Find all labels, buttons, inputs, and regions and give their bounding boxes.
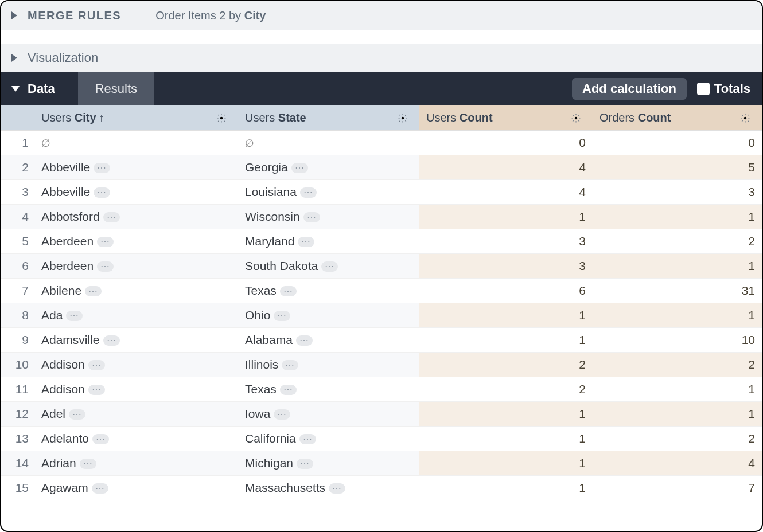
gear-icon[interactable]	[403, 113, 414, 123]
cell-orders-count[interactable]: 2	[593, 353, 762, 377]
cell-users-state[interactable]: California⋯	[238, 427, 419, 451]
cell-users-state[interactable]: Massachusetts⋯	[238, 476, 419, 500]
ellipsis-icon[interactable]: ⋯	[291, 163, 308, 173]
cell-users-city[interactable]: Adelanto⋯	[34, 427, 238, 451]
gear-icon[interactable]	[577, 113, 587, 123]
gear-icon[interactable]	[746, 113, 756, 123]
cell-users-city[interactable]: Addison⋯	[34, 377, 238, 402]
cell-users-count[interactable]: 1	[419, 205, 593, 229]
ellipsis-icon[interactable]: ⋯	[97, 261, 114, 272]
cell-users-count[interactable]: 2	[419, 377, 593, 402]
cell-users-city[interactable]: Abilene⋯	[34, 279, 238, 303]
ellipsis-icon[interactable]: ⋯	[299, 434, 316, 444]
cell-users-count[interactable]: 1	[419, 451, 593, 476]
ellipsis-icon[interactable]: ⋯	[92, 483, 108, 494]
ellipsis-icon[interactable]: ⋯	[94, 187, 110, 198]
ellipsis-icon[interactable]: ⋯	[88, 360, 105, 370]
cell-users-count[interactable]: 4	[419, 180, 593, 205]
cell-users-state[interactable]: Maryland⋯	[238, 229, 419, 254]
ellipsis-icon[interactable]: ⋯	[282, 360, 298, 370]
data-toggle[interactable]: Data	[11, 81, 55, 96]
ellipsis-icon[interactable]: ⋯	[88, 385, 105, 395]
add-calculation-button[interactable]: Add calculation	[572, 78, 687, 100]
cell-users-count[interactable]: 2	[419, 353, 593, 377]
cell-users-city[interactable]: Abbeville⋯	[34, 180, 238, 205]
cell-orders-count[interactable]: 1	[593, 377, 762, 402]
column-header-users-city[interactable]: Users City↑	[34, 105, 238, 131]
visualization-panel[interactable]: Visualization	[1, 44, 762, 72]
cell-users-count[interactable]: 1	[419, 427, 593, 451]
cell-orders-count[interactable]: 10	[593, 328, 762, 353]
cell-users-count[interactable]: 1	[419, 303, 593, 328]
cell-orders-count[interactable]: 4	[593, 451, 762, 476]
cell-orders-count[interactable]: 0	[593, 131, 762, 155]
cell-users-state[interactable]: South Dakota⋯	[238, 254, 419, 279]
cell-orders-count[interactable]: 7	[593, 476, 762, 500]
cell-users-state[interactable]: Texas⋯	[238, 377, 419, 402]
cell-users-city[interactable]: Agawam⋯	[34, 476, 238, 500]
ellipsis-icon[interactable]: ⋯	[94, 163, 110, 173]
ellipsis-icon[interactable]: ⋯	[66, 311, 83, 321]
cell-orders-count[interactable]: 5	[593, 155, 762, 180]
cell-users-state[interactable]: Iowa⋯	[238, 402, 419, 427]
cell-users-city[interactable]: Abbotsford⋯	[34, 205, 238, 229]
totals-toggle[interactable]: Totals	[697, 81, 750, 96]
cell-orders-count[interactable]: 1	[593, 205, 762, 229]
ellipsis-icon[interactable]: ⋯	[329, 483, 345, 494]
cell-orders-count[interactable]: 2	[593, 229, 762, 254]
ellipsis-icon[interactable]: ⋯	[296, 335, 313, 346]
ellipsis-icon[interactable]: ⋯	[85, 286, 102, 296]
ellipsis-icon[interactable]: ⋯	[321, 261, 338, 272]
cell-users-state[interactable]: Illinois⋯	[238, 353, 419, 377]
cell-orders-count[interactable]: 31	[593, 279, 762, 303]
cell-orders-count[interactable]: 1	[593, 303, 762, 328]
cell-orders-count[interactable]: 1	[593, 402, 762, 427]
ellipsis-icon[interactable]: ⋯	[103, 212, 120, 222]
cell-users-city[interactable]: Adamsville⋯	[34, 328, 238, 353]
ellipsis-icon[interactable]: ⋯	[97, 237, 114, 247]
ellipsis-icon[interactable]: ⋯	[274, 409, 290, 420]
cell-users-state[interactable]: ∅	[238, 131, 419, 155]
cell-users-state[interactable]: Michigan⋯	[238, 451, 419, 476]
ellipsis-icon[interactable]: ⋯	[298, 237, 314, 247]
cell-users-count[interactable]: 0	[419, 131, 593, 155]
cell-orders-count[interactable]: 3	[593, 180, 762, 205]
cell-users-state[interactable]: Louisiana⋯	[238, 180, 419, 205]
column-header-users-state[interactable]: Users State	[238, 105, 419, 131]
ellipsis-icon[interactable]: ⋯	[280, 385, 297, 395]
cell-users-count[interactable]: 1	[419, 328, 593, 353]
cell-users-count[interactable]: 1	[419, 402, 593, 427]
cell-users-city[interactable]: Aberdeen⋯	[34, 254, 238, 279]
cell-users-state[interactable]: Wisconsin⋯	[238, 205, 419, 229]
cell-users-count[interactable]: 1	[419, 476, 593, 500]
tab-results[interactable]: Results	[78, 72, 154, 105]
cell-users-state[interactable]: Georgia⋯	[238, 155, 419, 180]
ellipsis-icon[interactable]: ⋯	[303, 212, 320, 222]
cell-users-city[interactable]: Aberdeen⋯	[34, 229, 238, 254]
gear-icon[interactable]	[222, 113, 232, 123]
cell-users-city[interactable]: Ada⋯	[34, 303, 238, 328]
cell-users-city[interactable]: Abbeville⋯	[34, 155, 238, 180]
column-header-users-count[interactable]: Users Count	[419, 105, 593, 131]
ellipsis-icon[interactable]: ⋯	[274, 311, 290, 321]
ellipsis-icon[interactable]: ⋯	[80, 459, 96, 469]
cell-users-state[interactable]: Texas⋯	[238, 279, 419, 303]
cell-users-city[interactable]: Adrian⋯	[34, 451, 238, 476]
cell-users-city[interactable]: Addison⋯	[34, 353, 238, 377]
cell-users-count[interactable]: 6	[419, 279, 593, 303]
cell-users-count[interactable]: 3	[419, 254, 593, 279]
cell-users-state[interactable]: Alabama⋯	[238, 328, 419, 353]
ellipsis-icon[interactable]: ⋯	[92, 434, 109, 444]
cell-orders-count[interactable]: 1	[593, 254, 762, 279]
cell-users-city[interactable]: ∅	[34, 131, 238, 155]
cell-users-count[interactable]: 3	[419, 229, 593, 254]
cell-users-count[interactable]: 4	[419, 155, 593, 180]
ellipsis-icon[interactable]: ⋯	[69, 409, 85, 420]
ellipsis-icon[interactable]: ⋯	[280, 286, 297, 296]
ellipsis-icon[interactable]: ⋯	[300, 187, 317, 198]
merge-rules-panel[interactable]: MERGE RULES Order Items 2 by City	[1, 1, 762, 30]
totals-checkbox[interactable]	[697, 83, 710, 95]
cell-orders-count[interactable]: 2	[593, 427, 762, 451]
cell-users-city[interactable]: Adel⋯	[34, 402, 238, 427]
ellipsis-icon[interactable]: ⋯	[297, 459, 313, 469]
